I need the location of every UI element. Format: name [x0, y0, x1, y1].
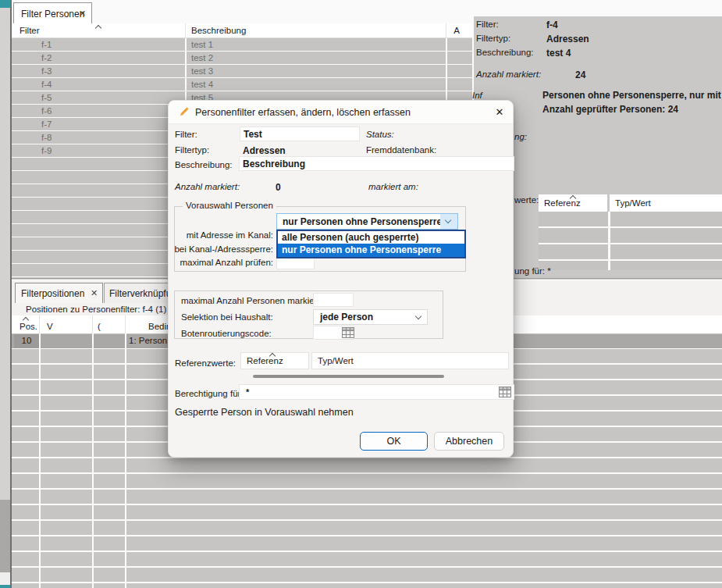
scrollbar-bottom-accent[interactable]	[0, 585, 10, 588]
referenz-table-body	[539, 212, 722, 270]
lookup-grid-icon[interactable]	[342, 327, 354, 340]
table-row[interactable]: f-3test 3	[12, 65, 472, 78]
haushalt-combobox[interactable]: jede Person	[313, 309, 428, 325]
table-row[interactable]: f-4test 4	[12, 78, 472, 91]
edit-pencil-icon	[178, 106, 190, 119]
gridline	[608, 212, 610, 270]
detail-anzahl-value: 24	[575, 69, 585, 80]
dropdown-option-selected[interactable]: nur Personen ohne Personensperre	[278, 244, 464, 257]
column-divider	[446, 23, 446, 38]
detail-filter-label: Filter:	[476, 20, 499, 29]
kanal-label: mit Adresse im Kanal:	[169, 230, 273, 240]
dialog-title: Personenfilter erfassen, ändern, löschen…	[195, 107, 411, 118]
beschreibung-input[interactable]: Beschreibung	[239, 156, 514, 171]
vorauswahl-combobox[interactable]: nur Personen ohne Personensperre	[276, 213, 458, 230]
column-header-typwert[interactable]: Typ/Wert	[311, 352, 509, 369]
lookup-grid-icon[interactable]	[499, 387, 511, 399]
column-header-a[interactable]: A	[443, 26, 470, 35]
horizontal-scrollbar-thumb[interactable]	[253, 375, 444, 378]
selektion-label: Selektion bei Haushalt:	[181, 312, 273, 322]
detail-beschreibung-value: test 4	[546, 48, 571, 59]
anzahl-markiert-label: Anzahl markiert:	[175, 182, 240, 191]
detail-berechtigung-label-fragment: ung für: *	[514, 266, 551, 276]
filter-input[interactable]: Test	[240, 127, 360, 141]
gridline	[39, 333, 41, 588]
detail-anzahl-label: Anzahl markiert:	[476, 69, 541, 79]
detail-info-line1: Personen ohne Personensperre, nur mit	[542, 90, 721, 101]
detail-info-line2: Anzahl geprüfter Personen: 24	[542, 104, 678, 115]
markiert-am-label: markiert am:	[368, 182, 418, 191]
filter-table-header: Filter Beschreibung A	[12, 23, 472, 38]
column-header-beschreibung[interactable]: Beschreibung	[191, 26, 246, 35]
column-divider	[185, 23, 186, 38]
row-pos-value: 10	[14, 334, 39, 348]
column-header-paren[interactable]: (	[98, 322, 101, 331]
dropdown-option[interactable]: alle Personen (auch gesperrte)	[278, 231, 464, 244]
tab-label: Filter Personen	[21, 9, 84, 20]
table-row[interactable]: f-1test 1	[12, 38, 472, 52]
gridline	[125, 333, 126, 588]
column-divider	[92, 315, 93, 333]
table-row[interactable]: f-2test 2	[12, 52, 472, 65]
detail-filter-value: f-4	[546, 20, 558, 30]
positions-caption: Positionen zu Personenfilter: f-4 (1)	[26, 305, 166, 314]
column-header-v[interactable]: V	[47, 322, 53, 331]
status-label: Status:	[366, 130, 394, 139]
detail-referenzwerte-label-fragment: werte:	[514, 195, 539, 205]
detail-info-label-fragment: Inf	[472, 91, 482, 100]
max-markieren-input[interactable]	[313, 293, 354, 307]
ok-button[interactable]: OK	[360, 432, 428, 451]
sperre-label: bei Kanal-/Adresssperre:	[169, 244, 273, 254]
filter-label: Filter:	[175, 130, 197, 139]
gridline	[92, 333, 94, 588]
vorauswahl-dropdown-list: alle Personen (auch gesperrte) nur Perso…	[276, 230, 466, 258]
column-header-filter[interactable]: Filter	[20, 26, 40, 35]
tab-filterpositionen[interactable]: Filterpositionen ✕	[15, 283, 103, 303]
anzahl-markiert-value: 0	[276, 182, 281, 193]
chevron-down-icon	[445, 217, 451, 223]
detail-label-fragment: ng:	[514, 132, 527, 141]
botenroutierungscode-label: Botenroutierungscode:	[181, 329, 272, 338]
detail-filtertyp-value: Adressen	[546, 34, 589, 45]
fremddatenbank-label: Fremddatenbank:	[366, 145, 436, 155]
close-icon[interactable]: ✕	[79, 9, 86, 19]
cancel-button[interactable]: Abbrechen	[434, 432, 504, 451]
chevron-down-icon	[415, 313, 421, 319]
close-icon[interactable]: ✕	[91, 288, 98, 298]
detail-filtertyp-label: Filtertyp:	[476, 34, 510, 43]
groupbox-title: Vorauswahl Personen	[183, 201, 276, 210]
filtertyp-value: Adressen	[243, 145, 286, 156]
pruefen-label: maximal Anzahl prüfen:	[169, 258, 273, 267]
column-divider	[39, 315, 40, 333]
detail-beschreibung-label: Beschreibung:	[476, 48, 534, 57]
column-header-typwert[interactable]: Typ/Wert	[610, 194, 722, 212]
column-header-pos[interactable]: Pos.	[20, 322, 37, 331]
beschreibung-label: Beschreibung:	[175, 160, 233, 169]
scrollbar-track-end	[0, 572, 10, 585]
referenzwerte-label: Referenzwerte:	[175, 358, 236, 368]
column-divider	[125, 315, 126, 333]
filtertyp-label: Filtertyp:	[175, 145, 209, 155]
max-markieren-label: maximal Anzahl Personen markieren:	[181, 296, 329, 305]
tab-filter-personen[interactable]: Filter Personen ✕	[13, 2, 92, 23]
berechtigung-input[interactable]: *	[239, 384, 514, 400]
combobox-button[interactable]	[440, 214, 457, 229]
gesperrte-person-note: Gesperrte Person in Vorauswahl nehmen	[175, 407, 354, 418]
scrollbar-top-accent[interactable]	[0, 0, 10, 8]
berechtigung-label: Berechtigung für:	[175, 389, 244, 398]
close-icon[interactable]: ✕	[492, 105, 507, 120]
row-bedingung-value: 1: Person	[129, 334, 167, 347]
scrollbar-thumb[interactable]	[0, 500, 10, 572]
personenfilter-dialog: Personenfilter erfassen, ändern, löschen…	[168, 100, 514, 458]
